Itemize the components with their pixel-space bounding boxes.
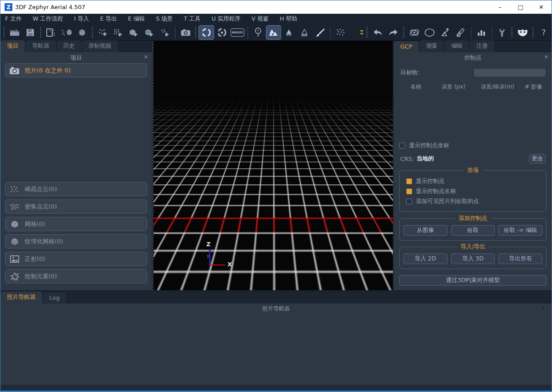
toolbar-drag-handle[interactable]: [39, 27, 42, 39]
show-control-points-row[interactable]: 显示控制点: [406, 177, 541, 185]
gcp-list[interactable]: [399, 94, 546, 142]
menu-tools[interactable]: T 工具: [184, 15, 201, 23]
tab-photo-navigator[interactable]: 照片导航器: [0, 292, 42, 304]
sparse-cloud-tool-button[interactable]: [96, 26, 110, 39]
full-rotation-button[interactable]: [423, 26, 437, 39]
project-item-dense-cloud[interactable]: 密集点云(0): [5, 199, 147, 214]
tab-register[interactable]: 注册: [470, 40, 494, 52]
show-coords-row[interactable]: 显示控制点坐标: [399, 142, 546, 149]
extract-points-tool-button[interactable]: [158, 26, 172, 39]
orbit-mode-button[interactable]: [199, 26, 214, 39]
paint-brush-button[interactable]: [313, 26, 327, 39]
tab-history[interactable]: 历史: [57, 40, 81, 52]
close-icon[interactable]: ✕: [544, 54, 548, 60]
menu-export[interactable]: E 导出: [100, 15, 117, 23]
camera-button[interactable]: [178, 26, 193, 39]
save-project-button[interactable]: [23, 26, 38, 39]
project-item-drawing-elements[interactable]: 绘制元素(0): [5, 269, 147, 283]
minimize-button[interactable]: –: [490, 0, 510, 14]
project-item-photos[interactable]: 照片(0 在之外 0): [5, 63, 147, 77]
project-item-sparse-cloud[interactable]: 稀疏点云(0): [5, 182, 147, 196]
menu-import[interactable]: I 导入: [74, 15, 89, 23]
render-wireframe-button[interactable]: [297, 26, 312, 39]
show-control-points-label: 显示控制点: [416, 177, 445, 185]
mask-button[interactable]: [515, 26, 530, 39]
dense-generation-button[interactable]: [75, 26, 89, 39]
close-icon[interactable]: ✕: [144, 54, 148, 60]
sparse-generation-button[interactable]: [59, 26, 74, 39]
tab-navigator[interactable]: 导航器: [26, 40, 56, 52]
menu-edit[interactable]: E 编辑: [128, 15, 145, 23]
tab-record-video[interactable]: 录制视频: [82, 40, 118, 52]
tab-gcp[interactable]: GCP: [394, 41, 419, 52]
show-control-points-checkbox[interactable]: [406, 178, 412, 184]
toolbar-drag-handle[interactable]: [91, 27, 94, 39]
menu-workflow[interactable]: W 工作流程: [33, 15, 63, 23]
project-item-orthophoto[interactable]: 正射(0): [5, 252, 147, 266]
toolbar-separator: [248, 27, 248, 39]
show-cp-names-row[interactable]: 显示控制点名称: [406, 188, 541, 195]
textured-mesh-tool-button[interactable]: [142, 26, 157, 39]
title-bar[interactable]: Z 3DF Zephyr Aerial 4.507 – □ ✕: [0, 0, 552, 14]
toolbar-drag-handle[interactable]: [366, 27, 369, 39]
tab-edit[interactable]: 编辑: [445, 40, 469, 52]
project-panel-title: 项目: [71, 54, 82, 62]
undo-button[interactable]: [370, 26, 385, 39]
tab-measure[interactable]: 测量: [420, 40, 444, 52]
maximize-button[interactable]: □: [510, 0, 531, 14]
import-2d-button[interactable]: 导入 2D: [403, 254, 447, 264]
close-icon[interactable]: ✕: [541, 305, 545, 311]
gcp-panel-header: 控制点 ✕: [394, 52, 552, 63]
project-item-mesh[interactable]: 网格(0): [5, 217, 147, 231]
mesh-tool-button[interactable]: [127, 26, 141, 39]
show-sparse-points-button[interactable]: [333, 26, 348, 39]
show-coords-checkbox[interactable]: [399, 143, 405, 149]
lighting-button[interactable]: [251, 26, 265, 39]
target-input[interactable]: [474, 69, 546, 77]
toolbar-drag-handle[interactable]: [532, 27, 535, 39]
menu-file[interactable]: F 文件: [5, 15, 22, 23]
from-image-button[interactable]: 从图像: [403, 225, 447, 236]
menu-scene[interactable]: S 场景: [156, 15, 173, 23]
export-all-button[interactable]: 导出所有: [498, 254, 542, 264]
menu-utilities[interactable]: U 实用程序: [211, 15, 240, 23]
redo-button[interactable]: [386, 26, 401, 39]
add-visible-photos-row[interactable]: 添加可见照片到拾取的点: [406, 198, 541, 205]
menu-help[interactable]: H 帮助: [280, 15, 297, 23]
wasd-mode-button[interactable]: WASD: [230, 26, 245, 39]
photo-navigator-content[interactable]: [0, 314, 552, 385]
toolbar-drag-handle[interactable]: [403, 27, 405, 39]
measure-tools-button[interactable]: [453, 26, 468, 39]
pick-button[interactable]: 拾取: [451, 225, 495, 236]
tab-log[interactable]: Log: [43, 293, 66, 304]
project-wizard-button[interactable]: [44, 26, 58, 39]
col-error-m: 误差/错误(m): [475, 83, 520, 91]
render-shaded-button[interactable]: [282, 26, 296, 39]
help-button[interactable]: ?: [536, 26, 551, 39]
toolbar-drag-handle[interactable]: [194, 27, 197, 39]
project-item-textured-mesh[interactable]: 纹理化网格(0): [5, 234, 147, 248]
tab-project[interactable]: 项目: [0, 40, 25, 52]
crs-change-button[interactable]: 更改: [529, 154, 546, 164]
viewport-3d[interactable]: Z X Y: [154, 41, 393, 290]
menu-view[interactable]: V 视窗: [252, 15, 269, 23]
gyroscope-button[interactable]: [407, 26, 422, 39]
render-solid-button[interactable]: [266, 26, 281, 39]
add-visible-photos-checkbox[interactable]: [406, 199, 412, 204]
move-axis-button[interactable]: [438, 26, 453, 39]
close-button[interactable]: ✕: [531, 0, 552, 14]
dense-cloud-tool-button[interactable]: [111, 26, 126, 39]
import-3d-button[interactable]: 导入 3D: [451, 254, 495, 264]
align-model-3d-constraints-button[interactable]: 通过3D约束对齐模型: [399, 275, 546, 286]
gcp-panel: GCP 测量 编辑 注册 控制点 ✕ 目标物: 名称 误差 (px) 误差/错误…: [394, 41, 552, 290]
open-project-button[interactable]: [7, 26, 22, 39]
toolbar-drag-handle[interactable]: [3, 27, 6, 39]
settings-wrench-button[interactable]: [495, 26, 509, 39]
overflow-expander-icon[interactable]: [360, 30, 364, 35]
rotate-around-point-button[interactable]: [215, 26, 229, 39]
pick-edit-button[interactable]: 拾取 -> 编辑: [498, 225, 542, 236]
toolbar-drag-handle[interactable]: [511, 27, 513, 39]
toolbar-separator: [491, 27, 492, 39]
statistics-button[interactable]: [474, 26, 489, 39]
show-cp-names-checkbox[interactable]: [406, 188, 412, 194]
